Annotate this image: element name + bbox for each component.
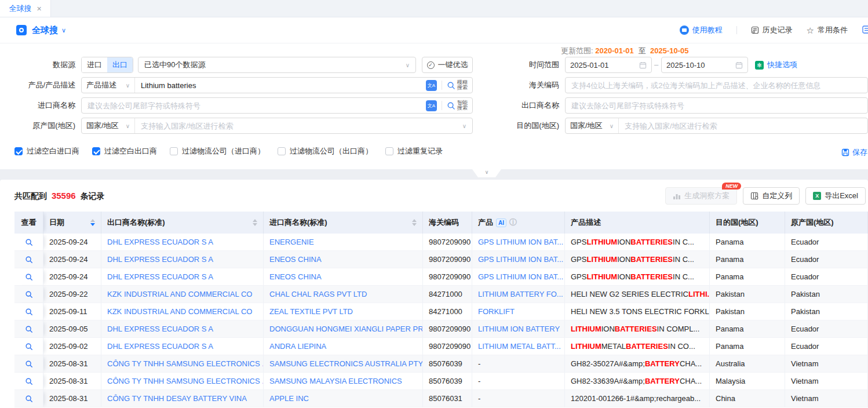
datasource-select[interactable]: 已选中90个数据源 ∨ xyxy=(138,57,416,73)
exporter-link[interactable]: CÔNG TY TNHH SAMSUNG ELECTRONICS ... xyxy=(101,373,264,390)
label-product: 产品/产品描述 xyxy=(0,77,75,93)
view-button[interactable] xyxy=(14,303,43,320)
filter-checkbox-3[interactable]: 过滤物流公司（出口商） xyxy=(278,146,373,156)
importer-link[interactable]: SAMSUNG MALAYSIA ELECTRONICS xyxy=(264,373,423,390)
date-to-input[interactable]: 2025-10-10 xyxy=(661,57,748,73)
tab-global-search[interactable]: 全球搜 × xyxy=(0,0,51,17)
view-button[interactable] xyxy=(14,320,43,338)
product-link[interactable]: LITHIUM METAL BATT... xyxy=(472,338,565,355)
hscode-input[interactable] xyxy=(571,81,862,90)
importer-link[interactable]: ENEOS CHINA xyxy=(264,251,423,268)
product-link[interactable]: FORKLIFT xyxy=(472,303,565,320)
translate-icon[interactable]: 文A xyxy=(426,80,437,91)
column-header-3[interactable]: 进口商名称(标准) xyxy=(264,212,423,234)
exporter-link[interactable]: DHL EXPRESS ECUADOR S A xyxy=(101,251,264,268)
product-link[interactable]: GPS LITHIUM ION BAT... xyxy=(472,268,565,286)
cell-hscode: 84271000 xyxy=(423,286,472,303)
favorites-button[interactable]: ☆ 常用条件 xyxy=(807,25,848,35)
exporter-link[interactable]: DHL EXPRESS ECUADOR S A xyxy=(101,320,264,338)
product-link[interactable]: GPS LITHIUM ION BAT... xyxy=(472,234,565,251)
import-button[interactable]: 进口 xyxy=(82,57,107,72)
save-button[interactable]: 保存 xyxy=(841,147,867,158)
filter-checkbox-0[interactable]: 过滤空白进口商 xyxy=(14,146,79,156)
info-icon[interactable]: ⓘ xyxy=(509,217,517,228)
checkbox-icon[interactable] xyxy=(92,147,100,155)
history-button[interactable]: 历史记录 xyxy=(751,25,793,35)
column-header-1[interactable]: 日期 xyxy=(43,212,101,234)
date-from-input[interactable]: 2025-01-01 xyxy=(565,57,652,73)
fuzzy-label-2: 搜索 xyxy=(457,85,468,90)
tutorial-button[interactable]: 使用教程 xyxy=(680,25,723,35)
fuzzy-search-button[interactable]: 模糊搜索 xyxy=(447,80,468,90)
exporter-link[interactable]: CÔNG TY TNHH DESAY BATTERY VINA xyxy=(101,390,264,407)
filter-checkbox-1[interactable]: 过滤空白出口商 xyxy=(92,146,157,156)
view-button[interactable] xyxy=(14,373,43,390)
importer-link[interactable]: ENEOS CHINA xyxy=(264,268,423,286)
checkbox-icon[interactable] xyxy=(170,147,178,155)
importer-input[interactable] xyxy=(82,101,426,110)
cell-hscode: 9807209090 xyxy=(423,268,472,286)
importer-link[interactable]: ANDRA LIEPINA xyxy=(264,338,423,355)
filter-checkbox-4[interactable]: 过滤重复记录 xyxy=(385,146,443,156)
view-button[interactable] xyxy=(14,286,43,303)
smart-search-button[interactable]: 智能搜索 xyxy=(447,100,468,111)
sort-icon[interactable] xyxy=(253,219,257,226)
export-excel-button[interactable]: X 导出Excel xyxy=(805,187,866,205)
view-magnifier-icon xyxy=(25,256,33,264)
tab-close-icon[interactable]: × xyxy=(37,4,41,13)
exporter-link[interactable]: DHL EXPRESS ECUADOR S A xyxy=(101,234,264,251)
cell-date: 2025-08-31 xyxy=(43,355,101,373)
table-header: 查看日期出口商名称(标准)进口商名称(标准)海关编码产品AIⓘ产品描述目的国(地… xyxy=(14,212,868,234)
custom-columns-button[interactable]: 自定义列 xyxy=(743,187,800,205)
quick-options-button[interactable]: ✻ 快捷选项 xyxy=(755,57,797,73)
origin-input[interactable] xyxy=(135,122,462,130)
view-button[interactable] xyxy=(14,251,43,268)
product-link[interactable]: LITHIUM ION BATTERY xyxy=(472,320,565,338)
clipped-action[interactable] xyxy=(862,25,868,36)
view-button[interactable] xyxy=(14,268,43,286)
sort-icon[interactable] xyxy=(90,219,95,226)
table-row: 2025-09-24DHL EXPRESS ECUADOR S AENERGEN… xyxy=(14,234,868,251)
view-button[interactable] xyxy=(14,338,43,355)
importer-link[interactable]: ENERGENIE xyxy=(264,234,423,251)
origin-country-select[interactable]: 国家/地区 ∨ xyxy=(82,118,135,133)
destination-input[interactable] xyxy=(619,122,867,130)
title-chevron-icon[interactable]: ∨ xyxy=(61,27,66,34)
update-range: 更新范围: 2020-01-01 至 2025-10-05 xyxy=(561,46,689,56)
cell-destination: China xyxy=(710,390,785,407)
tutorial-label: 使用教程 xyxy=(692,25,723,35)
optimize-button[interactable]: ✓ 一键优选 xyxy=(422,57,473,73)
insight-button[interactable]: 生成洞察方案 NEW xyxy=(665,187,737,205)
importer-link[interactable]: DONGGUAN HONGMEI XIANGLI PAPER PR... xyxy=(264,320,423,338)
cell-description: 120201-001266-1#&amp;rechargeab... xyxy=(565,390,710,407)
exporter-link[interactable]: KZK INDUSTRIAL AND COMMERCIAL CO xyxy=(101,286,264,303)
save-icon xyxy=(841,148,849,156)
exporter-link[interactable]: DHL EXPRESS ECUADOR S A xyxy=(101,338,264,355)
translate-icon[interactable]: 文A xyxy=(426,100,437,111)
product-type-select[interactable]: 产品描述 ∨ xyxy=(82,78,135,93)
exporter-link[interactable]: CÔNG TY TNHH SAMSUNG ELECTRONICS ... xyxy=(101,355,264,373)
importer-link[interactable]: ZEAL TEXTILE PVT LTD xyxy=(264,303,423,320)
destination-country-select[interactable]: 国家/地区 ∨ xyxy=(566,118,619,133)
filter-checkbox-2[interactable]: 过滤物流公司（进口商） xyxy=(170,146,265,156)
export-button[interactable]: 出口 xyxy=(107,57,133,72)
exporter-link[interactable]: KZK INDUSTRIAL AND COMMERCIAL CO xyxy=(101,303,264,320)
importer-link[interactable]: SAMSUNG ELECTRONICS AUSTRALIA PTY xyxy=(264,355,423,373)
collapse-handle[interactable]: ∨ xyxy=(472,169,501,177)
checkbox-icon[interactable] xyxy=(385,147,393,155)
column-header-2[interactable]: 出口商名称(标准) xyxy=(101,212,264,234)
checkbox-icon[interactable] xyxy=(278,147,286,155)
view-button[interactable] xyxy=(14,355,43,373)
exporter-link[interactable]: DHL EXPRESS ECUADOR S A xyxy=(101,268,264,286)
product-link[interactable]: GPS LITHIUM ION BAT... xyxy=(472,251,565,268)
view-button[interactable] xyxy=(14,390,43,407)
product-input[interactable] xyxy=(135,81,426,90)
view-button[interactable] xyxy=(14,234,43,251)
exporter-input[interactable] xyxy=(571,101,862,110)
importer-link[interactable]: APPLE INC xyxy=(264,390,423,407)
sort-icon[interactable] xyxy=(412,219,417,226)
filter-checkbox-row: 过滤空白进口商过滤空白出口商过滤物流公司（进口商）过滤物流公司（出口商）过滤重复… xyxy=(14,146,443,156)
product-link[interactable]: LITHIUM BATTERY FO... xyxy=(472,286,565,303)
checkbox-icon[interactable] xyxy=(14,147,23,155)
importer-link[interactable]: CHAL CHAL RAGS PVT LTD xyxy=(264,286,423,303)
